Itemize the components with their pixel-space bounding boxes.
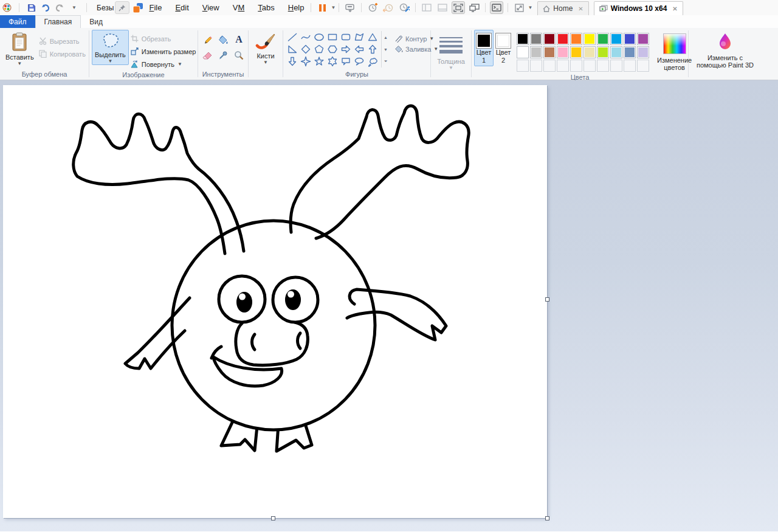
- shape-callout-cloud-icon[interactable]: [366, 55, 379, 67]
- vm-tab-windows10[interactable]: Windows 10 x64 ✕: [594, 1, 683, 15]
- palette-color-ffc90e[interactable]: [570, 46, 582, 58]
- close-tab-icon[interactable]: ✕: [578, 5, 583, 12]
- magnifier-tool-icon[interactable]: [232, 48, 246, 63]
- palette-color-ff7f27[interactable]: [570, 33, 582, 45]
- canvas-resize-handle-bottom[interactable]: [271, 516, 275, 520]
- palette-color-c8bfe7[interactable]: [637, 46, 649, 58]
- shape-right-triangle-icon[interactable]: [286, 43, 299, 55]
- color-picker-tool-icon[interactable]: [216, 48, 230, 63]
- canvas-resize-handle-right[interactable]: [545, 297, 549, 302]
- take-snapshot-icon[interactable]: [366, 1, 379, 14]
- palette-color-ffffff[interactable]: [517, 46, 529, 58]
- shape-rounded-icon[interactable]: [339, 31, 353, 43]
- shape-star5-icon[interactable]: [312, 55, 326, 67]
- manage-snapshots-icon[interactable]: [398, 1, 411, 14]
- rotate-button[interactable]: Повернуть ▼: [129, 58, 198, 71]
- palette-color-3f48cc[interactable]: [624, 33, 636, 45]
- shape-callout-oval-icon[interactable]: [353, 55, 366, 67]
- shape-triangle-icon[interactable]: [366, 31, 379, 43]
- palette-empty-slot[interactable]: [637, 60, 649, 72]
- shape-rect-icon[interactable]: [326, 31, 339, 43]
- undo-icon[interactable]: [41, 3, 50, 13]
- tab-view[interactable]: Вид: [81, 15, 111, 28]
- palette-color-a349a4[interactable]: [637, 33, 649, 45]
- resize-button[interactable]: Изменить размер: [129, 45, 198, 58]
- palette-empty-slot[interactable]: [557, 60, 569, 72]
- select-button[interactable]: Выделить ▼: [92, 30, 129, 65]
- palette-color-b97a57[interactable]: [543, 46, 556, 58]
- palette-color-b5e61d[interactable]: [597, 46, 609, 58]
- palette-color-fff200[interactable]: [584, 33, 596, 45]
- fullscreen-icon[interactable]: [452, 1, 465, 14]
- paint3d-button[interactable]: Изменить спомощью Paint 3D: [694, 30, 757, 70]
- shape-polygon-icon[interactable]: [353, 31, 366, 43]
- stretch-dropdown-icon[interactable]: ▼: [528, 5, 532, 10]
- pencil-tool-icon[interactable]: [200, 32, 215, 47]
- pause-dropdown-icon[interactable]: ▼: [331, 5, 336, 10]
- crop-button[interactable]: Обрезать: [129, 32, 198, 45]
- shape-star6-icon[interactable]: [326, 55, 339, 67]
- shape-callout-rect-icon[interactable]: [339, 55, 353, 67]
- menu-view[interactable]: View: [202, 3, 219, 12]
- vm-tab-home[interactable]: Home ✕: [537, 1, 588, 15]
- tab-file[interactable]: Файл: [0, 15, 35, 28]
- color1-button[interactable]: Цвет 1: [474, 30, 494, 66]
- close-tab-icon[interactable]: ✕: [672, 5, 677, 12]
- cut-button[interactable]: Вырезать: [37, 35, 88, 47]
- shape-diamond-icon[interactable]: [299, 43, 312, 55]
- palette-color-000000[interactable]: [517, 33, 529, 45]
- show-thumbnail-bar-icon[interactable]: [436, 1, 449, 14]
- palette-empty-slot[interactable]: [517, 60, 529, 72]
- palette-color-ed1c24[interactable]: [557, 33, 569, 45]
- console-icon[interactable]: [490, 1, 503, 14]
- menu-tabs[interactable]: Tabs: [258, 3, 274, 12]
- palette-color-22b14c[interactable]: [597, 33, 609, 45]
- canvas-resize-handle-corner[interactable]: [545, 516, 549, 520]
- palette-color-7092be[interactable]: [624, 46, 636, 58]
- copy-button[interactable]: Копировать: [37, 47, 88, 60]
- eraser-tool-icon[interactable]: [200, 48, 215, 63]
- shape-line-icon[interactable]: [286, 31, 299, 43]
- text-tool-icon[interactable]: A: [232, 32, 246, 47]
- menu-file[interactable]: File: [149, 3, 162, 12]
- palette-empty-slot[interactable]: [570, 60, 582, 72]
- palette-color-efe4b0[interactable]: [584, 46, 596, 58]
- menu-edit[interactable]: Edit: [175, 3, 188, 12]
- shape-hexagon-icon[interactable]: [326, 43, 339, 55]
- tab-home[interactable]: Главная: [35, 15, 81, 28]
- shapes-scroll-up-icon[interactable]: ▲: [382, 32, 390, 43]
- redo-icon[interactable]: [55, 3, 64, 13]
- cycle-monitors-icon[interactable]: [467, 1, 481, 14]
- thickness-button[interactable]: Толщина ▼: [433, 30, 469, 72]
- brushes-button[interactable]: Кисти ▼: [252, 30, 279, 66]
- save-icon[interactable]: [27, 3, 36, 13]
- free-stretch-icon[interactable]: [512, 1, 526, 14]
- palette-empty-slot[interactable]: [584, 60, 596, 72]
- paste-button[interactable]: Вставить ▼: [2, 30, 37, 67]
- pause-vm-button[interactable]: [315, 1, 329, 14]
- palette-empty-slot[interactable]: [624, 60, 636, 72]
- ctrl-alt-del-icon[interactable]: [343, 1, 357, 14]
- palette-empty-slot[interactable]: [597, 60, 609, 72]
- palette-color-c3c3c3[interactable]: [530, 46, 542, 58]
- shapes-scroll-down-icon[interactable]: ▼: [382, 44, 390, 55]
- shape-arrow-up-icon[interactable]: [366, 43, 379, 55]
- palette-empty-slot[interactable]: [610, 60, 622, 72]
- show-library-icon[interactable]: [420, 1, 433, 14]
- palette-color-ffaec9[interactable]: [557, 46, 569, 58]
- paint-canvas[interactable]: [3, 85, 547, 518]
- shape-arrow-right-icon[interactable]: [339, 43, 353, 55]
- shape-pentagon-icon[interactable]: [312, 43, 326, 55]
- menu-help[interactable]: Help: [288, 3, 305, 12]
- palette-empty-slot[interactable]: [543, 60, 556, 72]
- shape-ellipse-icon[interactable]: [312, 31, 326, 43]
- toolbar-pin-icon[interactable]: [115, 1, 129, 14]
- palette-color-7f7f7f[interactable]: [530, 33, 542, 45]
- palette-color-880015[interactable]: [543, 33, 556, 45]
- shape-curve-icon[interactable]: [299, 31, 312, 43]
- palette-color-00a2e8[interactable]: [610, 33, 622, 45]
- palette-empty-slot[interactable]: [530, 60, 542, 72]
- menu-vm[interactable]: VM: [233, 3, 245, 12]
- shape-arrow-left-icon[interactable]: [353, 43, 366, 55]
- palette-color-99d9ea[interactable]: [610, 46, 622, 58]
